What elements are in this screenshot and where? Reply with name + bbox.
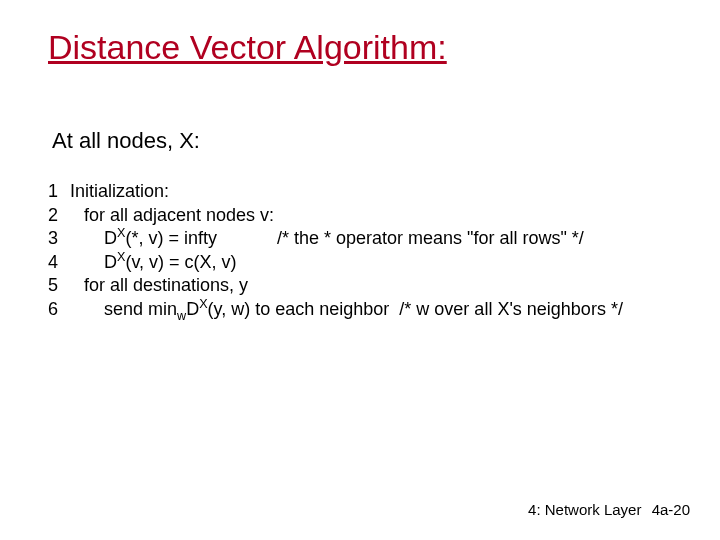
line-number: 2 <box>48 204 70 227</box>
line-text: Initialization: <box>70 180 623 203</box>
code-line: 1 Initialization: <box>48 180 623 203</box>
chapter-label: 4: Network Layer <box>528 501 641 518</box>
line-number: 4 <box>48 251 70 274</box>
code-line: 3 DX(*, v) = infty /* the * operator mea… <box>48 227 623 250</box>
var-d: D <box>186 299 199 319</box>
var-d: D <box>104 252 117 272</box>
line-text: DX(v, v) = c(X, v) <box>70 251 623 274</box>
args: (v, v) = c(X, v) <box>125 252 236 272</box>
superscript: X <box>199 297 207 311</box>
line-text: DX(*, v) = infty /* the * operator means… <box>70 227 623 250</box>
slide-footer: 4: Network Layer 4a-20 <box>528 501 690 518</box>
comment: /* w over all X's neighbors */ <box>399 299 623 319</box>
page-number: 4a-20 <box>652 501 690 518</box>
args: (*, v) = infty <box>125 228 217 248</box>
line-text: for all destinations, y <box>70 274 623 297</box>
line-text: send minwDX(y, w) to each neighbor /* w … <box>70 298 623 321</box>
slide-title: Distance Vector Algorithm: <box>48 28 447 67</box>
code-line: 2 for all adjacent nodes v: <box>48 204 623 227</box>
code-line: 5 for all destinations, y <box>48 274 623 297</box>
var-d: D <box>104 228 117 248</box>
slide-subtitle: At all nodes, X: <box>52 128 200 154</box>
code-line: 4 DX(v, v) = c(X, v) <box>48 251 623 274</box>
line-number: 3 <box>48 227 70 250</box>
line-number: 5 <box>48 274 70 297</box>
comment: /* the * operator means "for all rows" *… <box>277 228 584 248</box>
line-number: 1 <box>48 180 70 203</box>
line-number: 6 <box>48 298 70 321</box>
line-text: for all adjacent nodes v: <box>70 204 623 227</box>
pre: send min <box>104 299 177 319</box>
args: (y, w) to each neighbor <box>208 299 390 319</box>
subscript: w <box>177 308 186 322</box>
pseudocode-block: 1 Initialization: 2 for all adjacent nod… <box>48 180 623 321</box>
code-line: 6 send minwDX(y, w) to each neighbor /* … <box>48 298 623 321</box>
slide: Distance Vector Algorithm: At all nodes,… <box>0 0 720 540</box>
